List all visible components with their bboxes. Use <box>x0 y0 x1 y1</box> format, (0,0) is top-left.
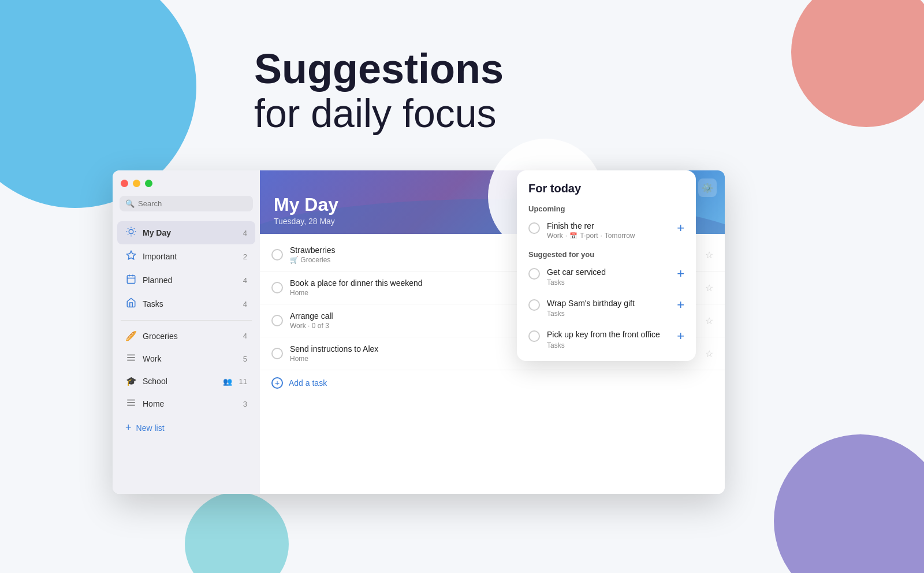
suggestion-item-car[interactable]: Get car serviced Tasks + <box>517 261 696 292</box>
task-checkbox-instructions[interactable] <box>271 348 283 359</box>
traffic-light-green[interactable] <box>145 180 152 187</box>
svg-line-8 <box>134 228 135 229</box>
task-star-strawberries[interactable]: ☆ <box>705 250 713 261</box>
school-icon: 🎓 <box>125 376 137 386</box>
sidebar-item-count-groceries: 4 <box>243 332 247 340</box>
sidebar-item-label-work: Work <box>143 354 237 363</box>
suggestion-info-birthday: Wrap Sam's birthday gift Tasks <box>547 298 670 318</box>
title-bar <box>113 170 260 196</box>
suggestion-sub-key: Tasks <box>547 341 670 349</box>
suggestion-title-key: Pick up key from the front office <box>547 329 670 340</box>
upcoming-section-label: Upcoming <box>517 200 696 215</box>
bg-shape-pink <box>791 0 924 127</box>
search-input[interactable] <box>138 199 247 208</box>
suggested-section-label: Suggested for you <box>517 245 696 261</box>
heading-area: Suggestions for daily focus <box>254 46 504 135</box>
sidebar-divider <box>121 320 252 321</box>
sidebar-item-label-school: School <box>143 377 217 386</box>
new-list-button[interactable]: + New list <box>117 416 255 440</box>
task-star-call[interactable]: ☆ <box>705 315 713 326</box>
work-icon <box>125 352 137 365</box>
myday-title-group: My Day Tuesday, 28 May <box>274 194 338 226</box>
traffic-light-yellow[interactable] <box>133 180 140 187</box>
task-star-instructions[interactable]: ☆ <box>705 348 713 359</box>
task-checkbox-call[interactable] <box>271 315 283 326</box>
suggestion-info-car: Get car serviced Tasks <box>547 267 670 286</box>
search-bar[interactable]: 🔍 <box>120 196 253 211</box>
important-icon <box>125 250 137 263</box>
suggestion-checkbox-birthday[interactable] <box>528 299 540 311</box>
bg-shape-teal <box>185 492 289 573</box>
my-day-icon <box>125 226 137 239</box>
sidebar-item-label-important: Important <box>143 252 237 261</box>
upcoming-list: Work <box>547 232 563 240</box>
school-shared-icon: 👥 <box>223 377 232 386</box>
upcoming-add-button[interactable]: + <box>677 222 684 235</box>
sidebar-item-label-home: Home <box>143 399 237 408</box>
sidebar-item-work[interactable]: Work 5 <box>117 347 255 370</box>
suggestion-add-key[interactable]: + <box>677 330 684 343</box>
sidebar-item-tasks[interactable]: Tasks 4 <box>117 292 255 315</box>
home-icon <box>125 397 137 410</box>
sidebar-item-school[interactable]: 🎓 School 👥 11 <box>117 371 255 392</box>
svg-marker-9 <box>127 251 136 259</box>
add-task-plus-icon: + <box>271 377 283 389</box>
sidebar-item-planned[interactable]: Planned 4 <box>117 269 255 292</box>
suggestion-item-key[interactable]: Pick up key from the front office Tasks … <box>517 323 696 355</box>
suggestion-checkbox-car[interactable] <box>528 268 540 280</box>
sidebar-item-count-school: 11 <box>239 377 247 386</box>
upcoming-checkbox[interactable] <box>528 222 540 234</box>
for-today-title: For today <box>517 182 696 200</box>
bg-shape-purple <box>774 434 924 573</box>
myday-gear-button[interactable]: ⚙️ <box>698 178 717 197</box>
suggestion-title-birthday: Wrap Sam's birthday gift <box>547 298 670 308</box>
svg-rect-10 <box>127 276 135 284</box>
sidebar-item-label-tasks: Tasks <box>143 299 237 308</box>
myday-date: Tuesday, 28 May <box>274 217 338 226</box>
sidebar-item-home[interactable]: Home 3 <box>117 392 255 415</box>
suggestion-info-key: Pick up key from the front office Tasks <box>547 329 670 349</box>
upcoming-extra: T-port <box>580 232 598 240</box>
sidebar-item-count-my-day: 4 <box>243 229 247 237</box>
sidebar-item-label-planned: Planned <box>143 276 237 285</box>
task-checkbox-strawberries[interactable] <box>271 249 283 261</box>
planned-icon <box>125 274 137 286</box>
suggestion-checkbox-key[interactable] <box>528 330 540 342</box>
svg-line-7 <box>128 235 128 235</box>
new-list-plus-icon: + <box>125 422 132 434</box>
add-task-button[interactable]: + Add a task <box>260 370 725 396</box>
task-checkbox-dinner[interactable] <box>271 282 283 293</box>
traffic-light-red[interactable] <box>121 180 128 187</box>
svg-line-4 <box>134 235 135 235</box>
upcoming-item[interactable]: Finish the rer Work · 📅 T-port · Tomorro… <box>517 215 696 245</box>
upcoming-info: Finish the rer Work · 📅 T-port · Tomorro… <box>547 221 670 240</box>
page-heading: Suggestions for daily focus <box>254 46 504 135</box>
sidebar-item-label-groceries: Groceries <box>143 332 237 341</box>
suggestion-add-birthday[interactable]: + <box>677 299 684 311</box>
sidebar-item-count-tasks: 4 <box>243 300 247 308</box>
suggestion-sub-car: Tasks <box>547 278 670 286</box>
task-star-dinner[interactable]: ☆ <box>705 282 713 293</box>
groceries-icon: 🥖 <box>125 330 137 341</box>
sidebar-item-important[interactable]: Important 2 <box>117 245 255 268</box>
search-icon: 🔍 <box>125 199 135 208</box>
upcoming-title: Finish the rer <box>547 221 670 230</box>
svg-line-3 <box>128 228 128 229</box>
sidebar-item-count-important: 2 <box>243 252 247 261</box>
sidebar-item-count-planned: 4 <box>243 276 247 285</box>
sidebar-nav: My Day 4 Important 2 <box>113 218 260 494</box>
sidebar: 🔍 My Day 4 <box>113 170 260 494</box>
upcoming-time: Tomorrow <box>605 232 635 240</box>
sidebar-item-groceries[interactable]: 🥖 Groceries 4 <box>117 325 255 347</box>
sidebar-item-count-work: 5 <box>243 355 247 363</box>
add-task-label: Add a task <box>289 378 327 388</box>
myday-title: My Day <box>274 194 338 215</box>
suggestion-item-birthday[interactable]: Wrap Sam's birthday gift Tasks + <box>517 292 696 323</box>
sidebar-item-count-home: 3 <box>243 400 247 408</box>
sidebar-item-my-day[interactable]: My Day 4 <box>117 221 255 244</box>
upcoming-sub: Work · 📅 T-port · Tomorrow <box>547 232 670 240</box>
suggestion-add-car[interactable]: + <box>677 267 684 280</box>
upcoming-calendar-icon: 📅 <box>569 232 578 240</box>
new-list-label: New list <box>136 423 165 433</box>
tasks-icon <box>125 297 137 310</box>
